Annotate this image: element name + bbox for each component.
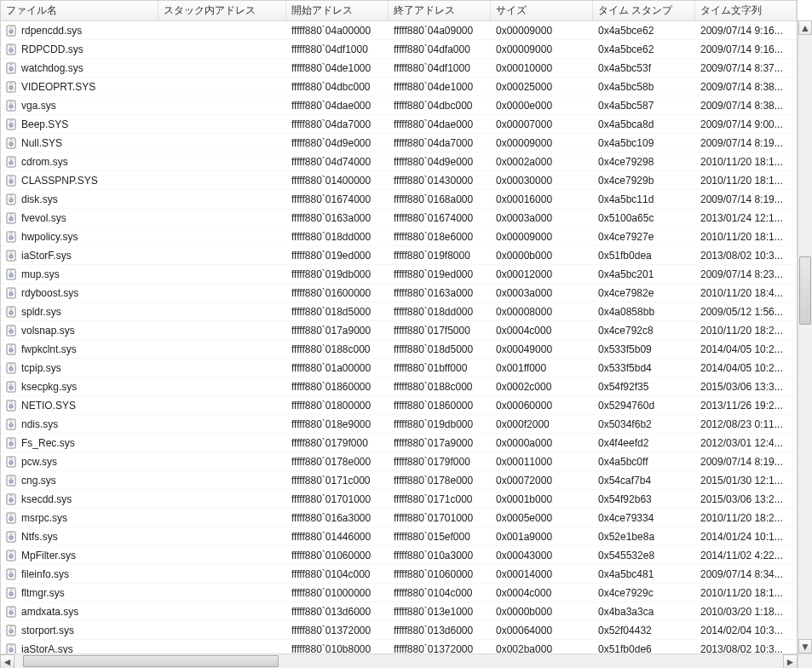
column-header-5[interactable]: タイム スタンプ xyxy=(593,1,695,20)
column-header-6[interactable]: タイム文字列 xyxy=(695,1,797,20)
scroll-up-button[interactable]: ▲ xyxy=(798,20,812,35)
column-splitter[interactable] xyxy=(487,1,490,20)
svg-rect-107 xyxy=(9,515,14,516)
cell-filename: fltmgr.sys xyxy=(1,587,158,599)
column-header-4[interactable]: サイズ xyxy=(491,1,593,20)
cell-end-address: fffff880`0179f000 xyxy=(389,456,491,468)
vertical-scroll-thumb[interactable] xyxy=(799,256,811,325)
table-row[interactable]: amdxata.sysfffff880`013d6000fffff880`013… xyxy=(1,602,797,621)
vertical-scroll-track[interactable] xyxy=(798,35,812,639)
svg-point-129 xyxy=(9,629,13,632)
table-row[interactable]: VIDEOPRT.SYSfffff880`04dbc000fffff880`04… xyxy=(1,78,797,96)
svg-rect-99 xyxy=(9,478,14,479)
cell-timestamp: 0x5294760d xyxy=(593,400,695,412)
svg-rect-83 xyxy=(9,403,14,404)
scroll-right-button[interactable]: ► xyxy=(783,654,798,668)
table-row[interactable]: pcw.sysfffff880`0178e000fffff880`0179f00… xyxy=(1,452,797,471)
table-row[interactable]: MpFilter.sysfffff880`01060000fffff880`01… xyxy=(1,546,797,565)
column-splitter[interactable] xyxy=(691,1,694,20)
table-row[interactable]: fvevol.sysfffff880`0163a000fffff880`0167… xyxy=(1,209,797,227)
table-row[interactable]: msrpc.sysfffff880`016a3000fffff880`01701… xyxy=(1,509,797,527)
table-row[interactable]: fltmgr.sysfffff880`01000000fffff880`0104… xyxy=(1,584,797,602)
table-row[interactable]: disk.sysfffff880`01674000fffff880`0168a0… xyxy=(1,190,797,209)
svg-rect-95 xyxy=(9,459,14,460)
table-row[interactable]: spldr.sysfffff880`018d5000fffff880`018dd… xyxy=(1,302,797,321)
table-row[interactable]: watchdog.sysfffff880`04de1000fffff880`04… xyxy=(1,59,797,78)
table-row[interactable]: ksecdd.sysfffff880`01701000fffff880`0171… xyxy=(1,490,797,509)
column-header-2[interactable]: 開始アドレス xyxy=(286,1,389,20)
filename-text: VIDEOPRT.SYS xyxy=(21,81,95,93)
cell-time-string: 2010/03/20 1:18... xyxy=(695,606,797,618)
svg-point-85 xyxy=(9,423,13,426)
sys-file-icon xyxy=(6,325,18,337)
table-row[interactable]: vga.sysfffff880`04dae000fffff880`04dbc00… xyxy=(1,96,797,115)
svg-rect-103 xyxy=(9,497,14,498)
horizontal-scroll-thumb[interactable] xyxy=(23,655,279,667)
table-row[interactable]: tcpip.sysfffff880`01a00000fffff880`01bff… xyxy=(1,359,797,377)
table-row[interactable]: Ntfs.sysfffff880`01446000fffff880`015ef0… xyxy=(1,527,797,546)
scroll-down-button[interactable]: ▼ xyxy=(798,639,812,654)
column-splitter[interactable] xyxy=(282,1,285,20)
vertical-scrollbar[interactable]: ▲ ▼ xyxy=(798,20,812,654)
table-row[interactable]: Null.SYSfffff880`04d9e000fffff880`04da70… xyxy=(1,134,797,153)
cell-filename: rdyboost.sys xyxy=(1,287,158,299)
scroll-left-button[interactable]: ◄ xyxy=(0,654,14,668)
column-splitter[interactable] xyxy=(792,1,796,20)
table-row[interactable]: rdyboost.sysfffff880`01600000fffff880`01… xyxy=(1,284,797,302)
cell-filename: RDPCDD.sys xyxy=(1,43,158,55)
column-header-label: スタック内アドレス xyxy=(164,3,256,18)
cell-timestamp: 0x54caf7b4 xyxy=(593,475,695,487)
table-row[interactable]: fwpkclnt.sysfffff880`0188c000fffff880`01… xyxy=(1,340,797,359)
table-body: rdpencdd.sysfffff880`04a00000fffff880`04… xyxy=(1,21,797,667)
table-row[interactable]: hwpolicy.sysfffff880`018dd000fffff880`01… xyxy=(1,227,797,246)
table-row[interactable]: Fs_Rec.sysfffff880`0179f000fffff880`017a… xyxy=(1,434,797,452)
svg-point-1 xyxy=(9,29,13,32)
sys-file-icon xyxy=(6,381,18,393)
svg-point-77 xyxy=(9,385,13,389)
table-row[interactable]: mup.sysfffff880`019db000fffff880`019ed00… xyxy=(1,265,797,284)
horizontal-scroll-track[interactable] xyxy=(14,654,783,668)
cell-filename: hwpolicy.sys xyxy=(1,231,158,243)
table-row[interactable]: cng.sysfffff880`0171c000fffff880`0178e00… xyxy=(1,471,797,490)
table-row[interactable]: cdrom.sysfffff880`04d74000fffff880`04d9e… xyxy=(1,153,797,171)
cell-size: 0x0004c000 xyxy=(491,325,593,337)
column-splitter[interactable] xyxy=(154,1,158,20)
cell-end-address: fffff880`04da7000 xyxy=(389,137,491,149)
cell-size: 0x00009000 xyxy=(491,137,593,149)
column-header-1[interactable]: スタック内アドレス xyxy=(158,1,286,20)
column-header-0[interactable]: ファイル名 xyxy=(1,1,158,20)
cell-end-address: fffff880`04d9e000 xyxy=(389,156,491,168)
table-row[interactable]: RDPCDD.sysfffff880`04df1000fffff880`04df… xyxy=(1,40,797,59)
svg-rect-70 xyxy=(9,345,13,346)
table-row[interactable]: volsnap.sysfffff880`017a9000fffff880`017… xyxy=(1,321,797,340)
sys-file-icon xyxy=(6,512,18,524)
filename-text: ksecdd.sys xyxy=(21,493,72,505)
table-row[interactable]: rdpencdd.sysfffff880`04a00000fffff880`04… xyxy=(1,21,797,40)
column-splitter[interactable] xyxy=(384,1,388,20)
sys-file-icon xyxy=(6,62,18,74)
horizontal-scrollbar[interactable]: ◄ ► xyxy=(0,654,798,668)
svg-rect-119 xyxy=(9,572,14,573)
cell-timestamp: 0x533f5bd4 xyxy=(593,362,695,374)
cell-size: 0x00025000 xyxy=(491,81,593,93)
cell-end-address: fffff880`017a9000 xyxy=(389,437,491,449)
svg-point-57 xyxy=(9,291,13,295)
svg-point-21 xyxy=(9,123,13,126)
svg-rect-58 xyxy=(9,289,13,290)
table-row[interactable]: CLASSPNP.SYSfffff880`01400000fffff880`01… xyxy=(1,171,797,190)
cell-size: 0x0002c000 xyxy=(491,381,593,393)
cell-time-string: 2010/11/20 18:1... xyxy=(695,231,797,243)
svg-rect-2 xyxy=(9,26,13,27)
table-row[interactable]: NETIO.SYSfffff880`01800000fffff880`01860… xyxy=(1,396,797,415)
svg-point-133 xyxy=(9,648,13,651)
cell-size: 0x000f2000 xyxy=(491,418,593,430)
column-header-3[interactable]: 終了アドレス xyxy=(389,1,491,20)
table-row[interactable]: Beep.SYSfffff880`04da7000fffff880`04dae0… xyxy=(1,115,797,134)
table-row[interactable]: iaStorF.sysfffff880`019ed000fffff880`019… xyxy=(1,246,797,265)
svg-point-121 xyxy=(9,591,13,595)
table-row[interactable]: ksecpkg.sysfffff880`01860000fffff880`018… xyxy=(1,377,797,396)
table-row[interactable]: storport.sysfffff880`01372000fffff880`01… xyxy=(1,621,797,640)
column-splitter[interactable] xyxy=(589,1,592,20)
table-row[interactable]: ndis.sysfffff880`018e9000fffff880`019db0… xyxy=(1,415,797,434)
table-row[interactable]: fileinfo.sysfffff880`0104c000fffff880`01… xyxy=(1,565,797,584)
